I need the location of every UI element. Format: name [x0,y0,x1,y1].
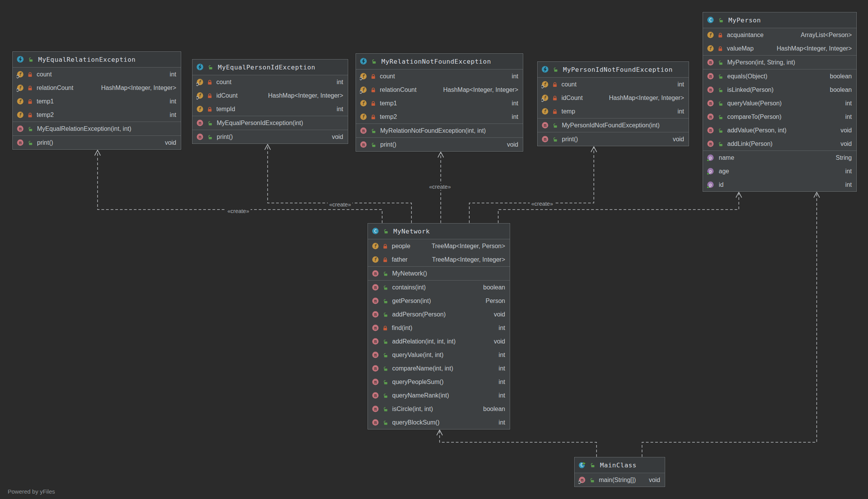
member-row-query-people-sum[interactable]: mqueryPeopleSum()int [368,375,510,389]
method-icon: m [372,324,380,332]
member-row-my-equal-person-id-exception[interactable]: mMyEqualPersonIdException(int) [192,116,348,130]
member-row-query-name-rank[interactable]: mqueryNameRank(int)int [368,389,510,402]
member-row-my-relation-not-found-exception[interactable]: mMyRelationNotFoundException(int, int) [356,124,523,137]
exception-class-icon [17,56,25,63]
class-title[interactable]: CMyNetwork [368,223,510,239]
member-type: Person [481,298,505,304]
class-box-my-equal-person-id-exception[interactable]: MyEqualPersonIdExceptionfcountintfidCoun… [192,59,348,144]
method-icon: m [372,392,380,399]
member-row-main[interactable]: mmain(String[])void [575,473,665,487]
member-row-add-value[interactable]: maddValue(Person, int)void [703,123,856,137]
lock-public-icon [383,228,389,234]
member-row-temp1[interactable]: ftemp1int [356,96,523,110]
class-box-my-relation-not-found-exception[interactable]: MyRelationNotFoundExceptionfcountintfrel… [356,53,523,152]
member-name: find(int) [392,325,412,332]
dependency-edge-my-network-to-my-person[interactable] [498,192,742,223]
member-row-add-link[interactable]: maddLink(Person)void [703,137,856,151]
member-row-equals[interactable]: mequals(Object)boolean [703,69,856,83]
member-row-compare-name[interactable]: mcompareName(int, int)int [368,362,510,375]
member-row-count[interactable]: fcountint [192,75,348,89]
member-type: void [836,140,852,147]
class-title[interactable]: MyEqualRelationException [13,52,181,68]
class-title[interactable]: CMainClass [575,457,665,473]
member-row-query-value[interactable]: mqueryValue(int, int)int [368,348,510,362]
member-row-print[interactable]: mprint()void [192,130,348,144]
member-row-father[interactable]: ffatherTreeMap<Integer, Integer> [368,253,510,266]
member-row-my-equal-relation-exception[interactable]: mMyEqualRelationException(int, int) [13,122,181,135]
member-row-my-network[interactable]: mMyNetwork() [368,267,510,280]
member-row-compare-to[interactable]: mcompareTo(Person)int [703,110,856,123]
member-row-id[interactable]: pidint [703,178,856,191]
uml-diagram-canvas[interactable]: MyEqualRelationExceptionfcountintfrelati… [0,0,868,499]
lock-public-icon [27,126,33,132]
member-row-temp[interactable]: ftempint [538,105,689,118]
member-type: int [494,419,505,426]
method-icon: m [541,122,549,129]
lock-public-icon [383,271,388,276]
member-row-print[interactable]: mprint()void [538,132,689,146]
member-row-relation-count[interactable]: frelationCountHashMap<Integer, Integer> [13,81,181,95]
class-title[interactable]: MyEqualPersonIdException [192,59,348,75]
class-box-main-class[interactable]: CMainClassmmain(String[])void [574,457,665,487]
member-name: acquaintance [727,32,764,39]
member-row-add-relation[interactable]: maddRelation(int, int, int)void [368,335,510,348]
member-row-find[interactable]: mfind(int)int [368,321,510,335]
runnable-class-icon: C [578,461,587,469]
member-row-count[interactable]: fcountint [13,68,181,81]
member-row-query-block-sum[interactable]: mqueryBlockSum()int [368,416,510,429]
member-row-acquaintance[interactable]: facquaintanceArrayList<Person> [703,28,856,42]
class-box-my-person[interactable]: CMyPersonfacquaintanceArrayList<Person>f… [703,12,857,192]
member-row-people[interactable]: fpeopleTreeMap<Integer, Person> [368,239,510,253]
svg-text:p: p [709,182,712,187]
member-row-temp-id[interactable]: ftempIdint [192,102,348,116]
member-row-is-circle[interactable]: misCircle(int, int)boolean [368,402,510,416]
class-title[interactable]: MyPersonIdNotFoundException [538,62,689,78]
dependency-edge-my-network-to-my-equal-person-id-exception[interactable] [265,144,412,223]
member-row-contains[interactable]: mcontains(int)boolean [368,281,510,294]
class-box-my-person-id-not-found-exception[interactable]: MyPersonIdNotFoundExceptionfcountintfidC… [537,61,689,146]
dependency-edge-main-class-to-my-network[interactable] [437,430,597,457]
member-row-id-count[interactable]: fidCountHashMap<Integer, Integer> [192,89,348,102]
lock-public-icon [590,462,595,468]
class-box-my-network[interactable]: CMyNetworkfpeopleTreeMap<Integer, Person… [367,223,510,430]
method-icon: m [372,351,380,359]
member-row-count[interactable]: fcountint [356,69,523,83]
member-row-get-person[interactable]: mgetPerson(int)Person [368,294,510,308]
lock-public-icon [718,128,723,133]
member-row-name[interactable]: pnameString [703,151,856,164]
member-row-add-person[interactable]: maddPerson(Person)void [368,308,510,321]
field-icon: f [541,108,549,115]
member-row-query-value[interactable]: mqueryValue(Person)int [703,96,856,110]
dependency-edge-my-network-to-my-person-id-not-found-exception[interactable] [469,147,597,223]
method-icon: m [360,127,368,135]
member-row-my-person[interactable]: mMyPerson(int, String, int) [703,56,856,69]
member-row-print[interactable]: mprint()void [356,138,523,151]
member-row-value-map[interactable]: fvalueMapHashMap<Integer, Integer> [703,42,856,55]
class-title[interactable]: CMyPerson [703,12,856,28]
member-row-temp1[interactable]: ftemp1int [13,95,181,108]
dependency-edge-main-class-to-my-person[interactable] [642,192,820,457]
member-row-is-linked[interactable]: misLinked(Person)boolean [703,83,856,96]
member-type: int [494,352,505,359]
lock-private-icon [207,80,212,85]
class-box-my-equal-relation-exception[interactable]: MyEqualRelationExceptionfcountintfrelati… [12,51,181,150]
member-name: queryPeopleSum() [392,379,443,386]
member-row-count[interactable]: fcountint [538,78,689,91]
lock-public-icon [28,57,34,62]
member-row-age[interactable]: pageint [703,164,856,178]
member-row-print[interactable]: mprint()void [13,136,181,149]
member-row-id-count[interactable]: fidCountHashMap<Integer, Integer> [538,91,689,105]
member-name: print() [562,136,578,143]
yfiles-watermark: Powered by yFiles [8,488,55,495]
svg-text:m: m [709,87,712,92]
member-row-temp2[interactable]: ftemp2int [356,110,523,123]
method-icon-static: m [578,476,587,484]
member-row-relation-count[interactable]: frelationCountHashMap<Integer, Integer> [356,83,523,96]
lock-public-icon [589,477,595,483]
class-title[interactable]: MyRelationNotFoundException [356,54,523,69]
member-row-temp2[interactable]: ftemp2int [13,108,181,122]
method-icon: m [372,338,380,345]
svg-text:f: f [544,108,547,114]
section-methods: mmain(String[])void [575,473,665,487]
member-row-my-person-id-not-found-exception[interactable]: mMyPersonIdNotFoundException(int) [538,118,689,132]
